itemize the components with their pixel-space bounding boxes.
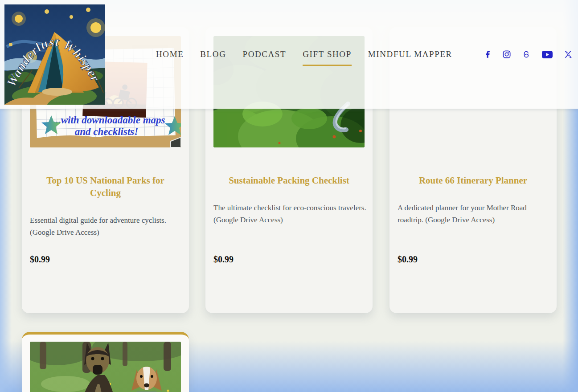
nav-item-blog[interactable]: BLOG [200,49,226,59]
site-logo[interactable]: Wanderlust Whisperz [4,4,105,105]
x-twitter-icon[interactable] [564,50,572,58]
product-price: $0.99 [30,253,50,265]
nav-item-gift-shop[interactable]: GIFT SHOP [303,49,352,66]
product-price: $0.99 [213,253,234,265]
nav-item-mindful-mapper[interactable]: MINDFUL MAPPER [368,49,452,59]
youtube-icon[interactable] [542,51,553,58]
product-title: Route 66 Itinerary Planner [389,174,557,187]
product-description: Essential digital guide for adventure cy… [22,214,189,238]
product-image-two-dogs-park [30,342,181,392]
product-card-featured-dogs[interactable] [22,332,189,392]
collage-caption-line2: and checklists! [75,126,138,137]
product-description: A dedicated planner for your Mother Road… [389,202,557,226]
site-header: Wanderlust Whisperz HOME BLOG PODCAST GI… [0,0,578,109]
product-price: $0.99 [398,253,418,265]
product-title: Top 10 US National Parks for Cycling [22,174,189,199]
product-description: The ultimate checklist for eco-conscious… [205,202,373,226]
product-title: Sustainable Packing Checklist [205,174,373,187]
nav-item-home[interactable]: HOME [156,49,184,59]
main-nav: HOME BLOG PODCAST GIFT SHOP MINDFUL MAPP… [156,0,452,109]
facebook-icon[interactable] [483,50,491,58]
logo-starry-tent-illustration: Wanderlust Whisperz [4,4,105,105]
instagram-icon[interactable] [503,50,511,58]
nav-item-podcast[interactable]: PODCAST [242,49,286,59]
social-links [483,0,572,109]
threads-icon[interactable] [522,50,530,58]
collage-caption-line1: ...with downloadable maps [53,114,165,126]
